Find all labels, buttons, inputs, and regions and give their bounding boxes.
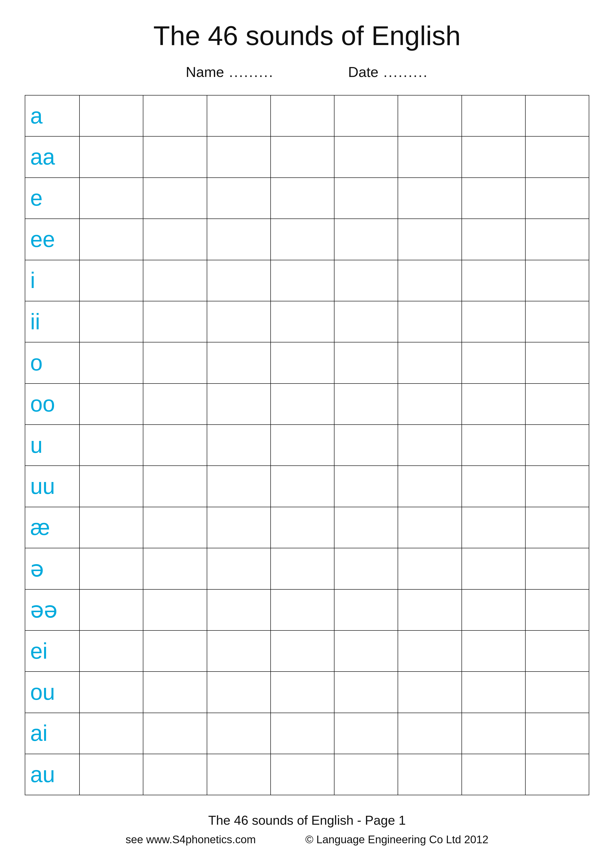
table-cell [207, 589, 270, 631]
table-cell [79, 95, 143, 136]
table-cell [270, 425, 334, 466]
table-cell [143, 301, 207, 342]
table-cell [143, 383, 207, 425]
sound-label-cell: ou [25, 671, 79, 713]
table-cell [462, 631, 525, 671]
page-title: The 46 sounds of English [153, 20, 460, 51]
sound-symbol: əə [30, 598, 58, 622]
sound-label-cell: o [25, 342, 79, 383]
sound-label-cell: oo [25, 383, 79, 425]
table-cell [207, 754, 270, 795]
table-cell [525, 425, 589, 466]
table-cell [334, 178, 398, 219]
table-cell [334, 589, 398, 631]
table-cell [462, 589, 525, 631]
table-cell [79, 754, 143, 795]
table-row: a [25, 95, 589, 136]
table-cell [398, 383, 462, 425]
table-cell [398, 260, 462, 301]
table-cell [398, 754, 462, 795]
table-cell [334, 219, 398, 260]
table-cell [525, 136, 589, 177]
table-cell [398, 178, 462, 219]
sound-label-cell: ii [25, 301, 79, 342]
table-cell [270, 507, 334, 548]
table-cell [143, 548, 207, 589]
sound-label-cell: ə [25, 548, 79, 589]
table-row: aa [25, 136, 589, 177]
table-cell [398, 671, 462, 713]
name-label: Name [186, 64, 224, 80]
name-field: Name ......... [186, 64, 274, 80]
table-cell [270, 754, 334, 795]
sound-symbol: u [30, 433, 43, 457]
table-cell [398, 589, 462, 631]
table-cell [207, 178, 270, 219]
table-cell [398, 713, 462, 754]
table-cell [270, 260, 334, 301]
table-cell [462, 136, 525, 177]
table-cell [79, 260, 143, 301]
table-row: i [25, 260, 589, 301]
table-cell [270, 178, 334, 219]
table-cell [462, 713, 525, 754]
table-cell [525, 219, 589, 260]
table-cell [143, 95, 207, 136]
table-row: ee [25, 219, 589, 260]
table-cell [79, 631, 143, 671]
table-cell [525, 383, 589, 425]
table-cell [143, 589, 207, 631]
table-cell [79, 713, 143, 754]
table-cell [79, 383, 143, 425]
footer-line2: see www.S4phonetics.com © Language Engin… [126, 831, 488, 848]
footer-left: see www.S4phonetics.com [126, 831, 256, 848]
table-cell [398, 548, 462, 589]
table-row: ə [25, 548, 589, 589]
table-cell [270, 631, 334, 671]
table-cell [334, 754, 398, 795]
table-cell [334, 301, 398, 342]
table-cell [462, 178, 525, 219]
table-cell [207, 260, 270, 301]
table-cell [207, 631, 270, 671]
date-dots: ......... [384, 64, 428, 80]
table-row: ou [25, 671, 589, 713]
table-cell [79, 219, 143, 260]
table-cell [270, 671, 334, 713]
table-cell [334, 631, 398, 671]
table-cell [143, 342, 207, 383]
table-cell [143, 260, 207, 301]
table-cell [398, 631, 462, 671]
table-cell [207, 219, 270, 260]
table-cell [270, 466, 334, 507]
table-cell [398, 466, 462, 507]
table-cell [143, 713, 207, 754]
table-row: uu [25, 466, 589, 507]
sound-symbol: ai [30, 721, 48, 746]
table-cell [79, 178, 143, 219]
table-cell [398, 219, 462, 260]
table-cell [525, 713, 589, 754]
table-cell [143, 671, 207, 713]
sound-symbol: aa [30, 144, 55, 169]
table-cell [143, 425, 207, 466]
sound-symbol: o [30, 350, 43, 375]
table-cell [334, 713, 398, 754]
table-cell [462, 260, 525, 301]
date-field: Date ......... [348, 64, 428, 80]
table-row: ai [25, 713, 589, 754]
sound-label-cell: uu [25, 466, 79, 507]
table-cell [207, 466, 270, 507]
sound-symbol: au [30, 762, 55, 787]
sound-label-cell: e [25, 178, 79, 219]
name-dots: ......... [229, 64, 274, 80]
table-cell [462, 671, 525, 713]
table-cell [270, 713, 334, 754]
table-cell [207, 425, 270, 466]
sound-symbol: ei [30, 639, 48, 663]
table-cell [143, 178, 207, 219]
table-row: o [25, 342, 589, 383]
table-row: ii [25, 301, 589, 342]
sound-symbol: i [30, 268, 35, 293]
sound-label-cell: u [25, 425, 79, 466]
